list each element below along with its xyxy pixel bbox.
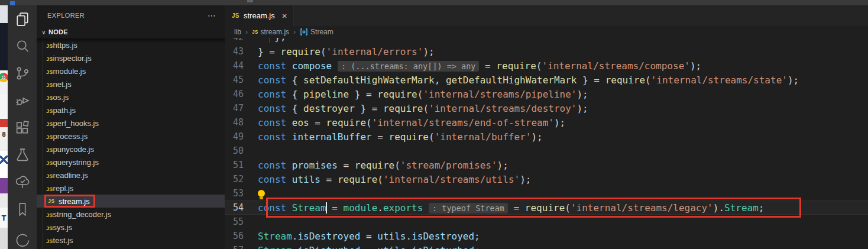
code-line-46[interactable]: 46const { pipeline } = require('internal… bbox=[225, 87, 868, 101]
code-token: const bbox=[258, 89, 292, 100]
code-token: getDefaultHighWaterMark bbox=[446, 75, 577, 86]
line-content: const utils = require('internal/streams/… bbox=[258, 174, 531, 185]
code-token: ); bbox=[554, 117, 565, 128]
js-file-icon: JS bbox=[46, 82, 53, 88]
file-row-inspector-js[interactable]: JSinspector.js bbox=[37, 51, 225, 64]
code-token: = bbox=[309, 117, 326, 128]
breadcrumb-file[interactable]: stream.js bbox=[260, 28, 289, 36]
code-line-52[interactable]: 52const utils = require('internal/stream… bbox=[225, 172, 868, 186]
code-line-44[interactable]: 44const compose : (...streams: any[]) =>… bbox=[225, 59, 868, 73]
code-line-56[interactable]: 56Stream.isDestroyed = utils.isDestroyed… bbox=[225, 229, 868, 243]
breadcrumb-symbol[interactable]: Stream bbox=[310, 28, 333, 36]
code-line-50[interactable]: 50 bbox=[225, 144, 868, 158]
js-file-icon: JS bbox=[46, 225, 53, 231]
js-file-icon: JS bbox=[46, 173, 53, 179]
line-number: 53 bbox=[225, 188, 258, 199]
code-line-55[interactable]: 55 bbox=[225, 215, 868, 229]
code-token: 'internal/streams/legacy' bbox=[571, 202, 713, 214]
bookmarks-icon[interactable] bbox=[8, 196, 37, 223]
line-number: 56 bbox=[225, 231, 258, 241]
file-name: https.js bbox=[53, 41, 77, 50]
partial-circle-icon[interactable] bbox=[8, 223, 37, 247]
file-name: inspector.js bbox=[53, 54, 92, 63]
js-file-icon: JS bbox=[46, 43, 53, 49]
code-token: Stream bbox=[724, 202, 759, 214]
line-content: } = require('internal/errors'); bbox=[258, 46, 435, 57]
code-line-53[interactable]: 53 bbox=[225, 186, 868, 201]
line-number: 46 bbox=[225, 89, 258, 99]
todo-tree-icon[interactable] bbox=[8, 169, 37, 196]
breadcrumb-separator: › bbox=[245, 28, 248, 36]
file-row-string_decoder-js[interactable]: JSstring_decoder.js bbox=[37, 208, 225, 221]
file-row-timers-js[interactable]: JStimers.js bbox=[37, 247, 225, 249]
code-token: ; bbox=[759, 202, 765, 214]
background-window-sliver: 8 T bbox=[0, 5, 8, 249]
line-content: }, bbox=[258, 38, 286, 43]
more-actions-icon[interactable]: ⋯ bbox=[208, 11, 216, 20]
file-row-repl-js[interactable]: JSrepl.js bbox=[37, 182, 225, 195]
file-row-process-js[interactable]: JSprocess.js bbox=[37, 130, 225, 143]
code-line-49[interactable]: 49const internalBuffer = require('intern… bbox=[225, 130, 868, 144]
extensions-icon[interactable] bbox=[8, 114, 37, 141]
code-token: ( bbox=[417, 89, 423, 100]
code-line-47[interactable]: 47const { destroyer } = require('interna… bbox=[225, 101, 868, 115]
line-number: 50 bbox=[225, 145, 258, 156]
code-line-51[interactable]: 51const promises = require('stream/promi… bbox=[225, 158, 868, 172]
code-token: require bbox=[355, 160, 394, 171]
file-row-https-js[interactable]: JShttps.js bbox=[37, 38, 225, 51]
inlay-hint: : typeof Stream bbox=[429, 203, 508, 214]
code-token: ); bbox=[690, 60, 701, 72]
line-number: 55 bbox=[225, 216, 258, 227]
code-token: ; bbox=[474, 231, 480, 242]
code-token: . bbox=[406, 231, 412, 242]
folder-section-node[interactable]: ∨ NODE bbox=[37, 25, 225, 38]
line-content: Stream.isDisturbed = utils.isDisturbed; bbox=[258, 245, 480, 249]
close-icon[interactable]: × bbox=[282, 11, 287, 20]
line-number: 44 bbox=[225, 60, 258, 71]
code-token: 'internal/errors' bbox=[326, 46, 423, 57]
js-file-icon: JS bbox=[46, 238, 53, 244]
code-line-48[interactable]: 48const eos = require('internal/streams/… bbox=[225, 115, 868, 130]
file-row-punycode-js[interactable]: JSpunycode.js bbox=[37, 143, 225, 156]
code-token: 'internal/streams/compose' bbox=[542, 60, 689, 72]
file-row-test-js[interactable]: JStest.js bbox=[37, 234, 225, 247]
file-row-readline-js[interactable]: JSreadline.js bbox=[37, 169, 225, 182]
code-token bbox=[423, 202, 429, 214]
code-line-57[interactable]: 57Stream.isDisturbed = utils.isDisturbed… bbox=[225, 243, 868, 249]
breadcrumb-lib[interactable]: lib bbox=[234, 28, 241, 36]
chevron-down-icon: ∨ bbox=[39, 29, 48, 35]
file-row-os-js[interactable]: JSos.js bbox=[37, 90, 225, 104]
file-name: path.js bbox=[53, 106, 76, 115]
js-file-icon: JS bbox=[46, 147, 53, 153]
code-token bbox=[258, 38, 269, 43]
file-row-module-js[interactable]: JSmodule.js bbox=[37, 64, 225, 77]
code-line-45[interactable]: 45const { setDefaultHighWaterMark, getDe… bbox=[225, 73, 868, 87]
file-row-stream-js[interactable]: JSstream.js bbox=[37, 195, 225, 208]
code-token: destroyer bbox=[303, 103, 355, 114]
file-row-perf_hooks-js[interactable]: JSperf_hooks.js bbox=[37, 117, 225, 130]
file-name: module.js bbox=[53, 67, 86, 76]
code-token: ); bbox=[576, 103, 588, 114]
code-token: pipeline bbox=[303, 89, 349, 100]
file-row-net-js[interactable]: JSnet.js bbox=[37, 77, 225, 90]
code-line-43[interactable]: 43} = require('internal/errors'); bbox=[225, 44, 868, 59]
code-token: . bbox=[406, 245, 412, 249]
code-line-54[interactable]: 54const Stream = module.exports : typeof… bbox=[225, 201, 868, 215]
code-token: require bbox=[605, 75, 645, 86]
code-token: const bbox=[258, 75, 292, 86]
code-line-42[interactable]: 42 }, bbox=[225, 38, 868, 44]
code-area[interactable]: 42 },43} = require('internal/errors');44… bbox=[225, 38, 868, 249]
sliver-glyph: 8 bbox=[0, 131, 8, 138]
symbol-icon bbox=[300, 28, 308, 36]
file-row-querystring-js[interactable]: JSquerystring.js bbox=[37, 156, 225, 169]
source-control-icon[interactable] bbox=[8, 60, 37, 87]
tab-stream-js[interactable]: JS stream.js × bbox=[225, 5, 294, 26]
code-token: 'internal/buffer' bbox=[435, 131, 532, 143]
search-icon[interactable] bbox=[8, 33, 37, 60]
code-token: utils bbox=[377, 231, 406, 242]
testing-beaker-icon[interactable] bbox=[8, 141, 37, 169]
explorer-icon[interactable] bbox=[8, 5, 37, 33]
run-and-debug-icon[interactable] bbox=[8, 87, 37, 114]
file-row-sys-js[interactable]: JSsys.js bbox=[37, 221, 225, 234]
file-row-path-js[interactable]: JSpath.js bbox=[37, 104, 225, 117]
